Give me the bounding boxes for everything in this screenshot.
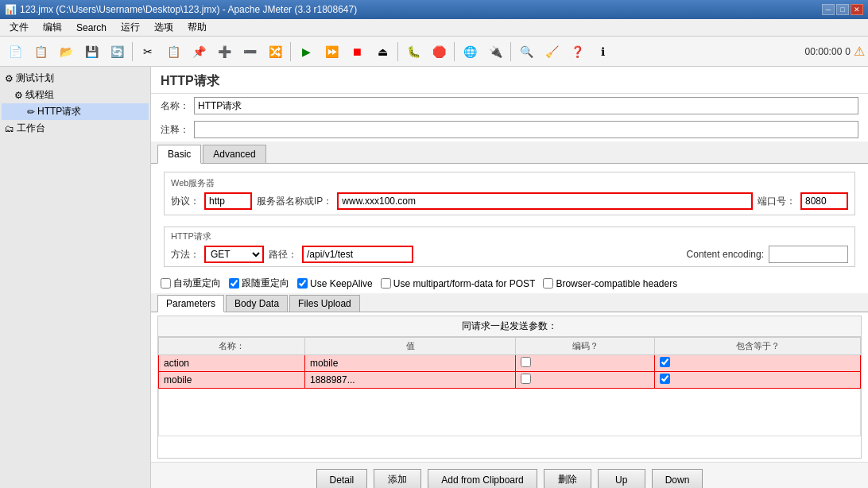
elapsed-time: 00:00:00	[805, 46, 843, 57]
param-encode	[516, 355, 655, 372]
path-input[interactable]	[302, 246, 413, 263]
http-request-sub-title: HTTP请求	[171, 230, 848, 242]
down-button[interactable]: Down	[652, 469, 703, 488]
toolbar-shutdown[interactable]: ⏏	[370, 40, 394, 64]
toolbar-cut[interactable]: ✂	[136, 40, 160, 64]
params-header: 同请求一起发送参数：	[158, 316, 861, 337]
menu-edit[interactable]: 编辑	[37, 19, 68, 36]
inner-tab-files-upload[interactable]: Files Upload	[289, 295, 360, 312]
up-button[interactable]: Up	[598, 469, 645, 488]
param-name: action	[159, 355, 305, 372]
tree-item-workbench[interactable]: 🗂 工作台	[2, 120, 149, 137]
auto-redirect-checkbox[interactable]: 自动重定向	[161, 277, 221, 290]
multipart-checkbox[interactable]: Use multipart/form-data for POST	[381, 278, 536, 289]
toolbar-remote-start[interactable]: 🌐	[458, 40, 482, 64]
menu-run[interactable]: 运行	[114, 19, 146, 36]
web-server-section: Web服务器 协议： 服务器名称或IP： 端口号：	[164, 172, 855, 215]
toolbar-save[interactable]: 💾	[79, 40, 103, 64]
toolbar-time-display: 00:00:00 0 ⚠	[805, 44, 865, 59]
menu-options[interactable]: 选项	[148, 19, 180, 36]
server-row: 协议： 服务器名称或IP： 端口号：	[171, 192, 848, 210]
checkboxes-row: 自动重定向 跟随重定向 Use KeepAlive Use multipart/…	[151, 273, 868, 293]
server-input[interactable]	[337, 192, 753, 210]
param-encode	[516, 372, 655, 389]
maximize-button[interactable]: □	[836, 4, 849, 15]
tree-item-label: HTTP请求	[37, 105, 81, 118]
tab-advanced[interactable]: Advanced	[203, 145, 265, 163]
detail-button[interactable]: Detail	[316, 469, 368, 488]
toolbar-paste[interactable]: 📌	[187, 40, 211, 64]
follow-redirect-checkbox[interactable]: 跟随重定向	[229, 277, 289, 290]
toolbar-info[interactable]: ℹ	[591, 40, 614, 64]
toolbar-template[interactable]: 📋	[29, 40, 52, 64]
toolbar-debug[interactable]: 🐛	[401, 40, 425, 64]
web-server-title: Web服务器	[171, 177, 848, 189]
tree-item-test-plan[interactable]: ⚙ 测试计划	[2, 70, 149, 87]
follow-redirect-input[interactable]	[229, 278, 239, 289]
tree-item-http-request[interactable]: ✏ HTTP请求	[2, 103, 149, 120]
comment-input[interactable]	[194, 121, 858, 138]
tree-item-thread-group[interactable]: ⚙ 线程组	[2, 87, 149, 103]
warning-icon: ⚠	[854, 44, 865, 59]
toolbar-sep3	[397, 42, 398, 61]
inner-tab-body-data[interactable]: Body Data	[226, 295, 288, 312]
toolbar-open[interactable]: 📂	[54, 40, 78, 64]
toolbar-toggle[interactable]: 🔀	[263, 40, 287, 64]
keepalive-checkbox[interactable]: Use KeepAlive	[297, 278, 373, 289]
panel-title: HTTP请求	[151, 67, 868, 94]
port-input[interactable]	[800, 192, 848, 210]
col-encode: 编码？	[516, 338, 655, 355]
browser-compat-input[interactable]	[543, 278, 553, 289]
main-layout: ⚙ 测试计划 ⚙ 线程组 ✏ HTTP请求 🗂 工作台 HTTP请求 名称： 注…	[0, 67, 868, 488]
method-select[interactable]: GET POST PUT DELETE	[204, 246, 264, 263]
toolbar-clear[interactable]: 🧹	[540, 40, 564, 64]
params-header-text: 同请求一起发送参数：	[462, 320, 557, 333]
toolbar-copy[interactable]: 📋	[161, 40, 185, 64]
toolbar-start-no-pauses[interactable]: ⏩	[320, 40, 343, 64]
toolbar-new[interactable]: 📄	[3, 40, 27, 64]
table-row[interactable]: mobile 1888987...	[159, 372, 861, 389]
multipart-input[interactable]	[381, 278, 391, 289]
window-title: 123.jmx (C:\Users\Username\Desktop\123.j…	[20, 4, 357, 15]
protocol-input[interactable]	[204, 192, 252, 210]
toolbar-help[interactable]: ❓	[565, 40, 589, 64]
comment-row: 注释：	[151, 118, 868, 141]
menu-help[interactable]: 帮助	[181, 19, 213, 36]
toolbar-revert[interactable]: 🔄	[105, 40, 129, 64]
params-table: 名称： 值 编码？ 包含等于？ action mobile	[158, 337, 861, 458]
toolbar-stop[interactable]: ⏹	[345, 40, 369, 64]
inner-tab-parameters[interactable]: Parameters	[157, 295, 224, 312]
param-value: 1888987...	[304, 372, 515, 389]
toolbar-search[interactable]: 🔍	[514, 40, 538, 64]
sidebar: ⚙ 测试计划 ⚙ 线程组 ✏ HTTP请求 🗂 工作台	[0, 67, 151, 488]
add-button[interactable]: 添加	[374, 469, 421, 488]
web-server-wrapper: Web服务器 协议： 服务器名称或IP： 端口号：	[151, 164, 868, 223]
counter-display: 0	[845, 46, 851, 57]
browser-compat-checkbox[interactable]: Browser-compatible headers	[543, 278, 677, 289]
toolbar-start[interactable]: ▶	[294, 40, 318, 64]
http-request-section: HTTP请求 方法： GET POST PUT DELETE 路径： Conte…	[164, 227, 855, 267]
keepalive-input[interactable]	[297, 278, 308, 289]
parameters-table: 名称： 值 编码？ 包含等于？ action mobile	[158, 337, 861, 436]
close-button[interactable]: ✕	[851, 4, 863, 15]
table-row[interactable]: action mobile	[159, 355, 861, 372]
encoding-input[interactable]	[769, 246, 848, 263]
menu-search[interactable]: Search	[70, 21, 113, 35]
menu-file[interactable]: 文件	[3, 19, 35, 36]
tab-basic[interactable]: Basic	[157, 145, 201, 164]
toolbar-remote-stop[interactable]: 🔌	[483, 40, 507, 64]
toolbar-expand[interactable]: ➕	[212, 40, 236, 64]
add-from-clipboard-button[interactable]: Add from Clipboard	[428, 469, 537, 488]
name-input[interactable]	[194, 97, 858, 114]
inner-tab-bar: Parameters Body Data Files Upload	[151, 293, 868, 312]
title-bar: 📊 123.jmx (C:\Users\Username\Desktop\123…	[0, 0, 868, 19]
col-name: 名称：	[159, 338, 305, 355]
method-path-row: 方法： GET POST PUT DELETE 路径： Content enco…	[171, 246, 848, 263]
toolbar-collapse[interactable]: ➖	[238, 40, 262, 64]
minimize-button[interactable]: ─	[822, 4, 835, 15]
delete-button[interactable]: 删除	[544, 469, 591, 488]
toolbar-debug-stop[interactable]: 🛑	[427, 40, 451, 64]
toolbar-sep2	[290, 42, 291, 61]
auto-redirect-input[interactable]	[161, 278, 171, 289]
param-value: mobile	[304, 355, 515, 372]
